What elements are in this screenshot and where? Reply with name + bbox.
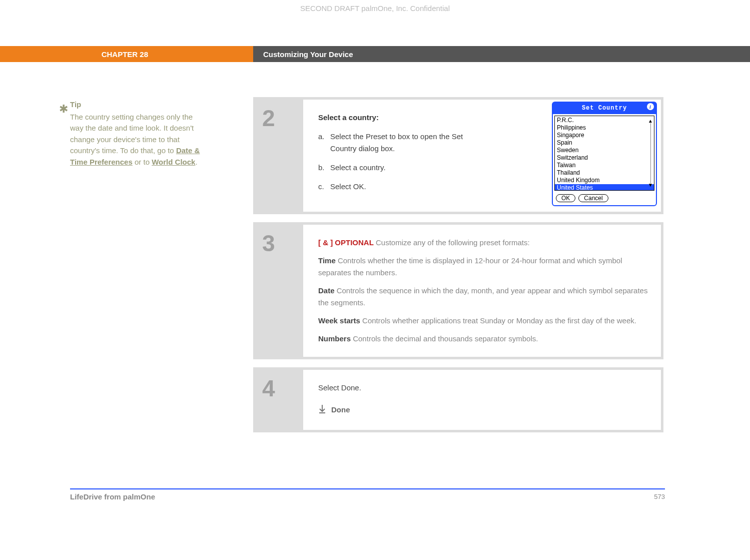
chapter-number: CHAPTER 28 xyxy=(0,46,253,62)
step-3-content: [ & ] OPTIONAL Customize any of the foll… xyxy=(303,225,661,357)
list-item[interactable]: Philippines xyxy=(555,124,654,132)
dialog-title-bar: Set Country i xyxy=(553,103,656,114)
time-desc: Controls whether the time is displayed i… xyxy=(318,256,622,277)
list-item[interactable]: Spain xyxy=(555,139,654,147)
step-4-number: 4 xyxy=(253,370,303,430)
list-item[interactable]: Switzerland xyxy=(555,154,654,162)
date-label: Date xyxy=(318,286,335,295)
tip-heading: Tip xyxy=(70,99,200,111)
steps-column: 2 Select a country: a.Select the Preset … xyxy=(253,97,663,440)
step-3-block: 3 [ & ] OPTIONAL Customize any of the fo… xyxy=(253,222,663,359)
step-2b-marker: b. xyxy=(318,162,330,174)
tip-body: The country setting changes only the way… xyxy=(70,112,200,168)
dialog-button-row: OK Cancel xyxy=(553,192,656,205)
step-2-content: Select a country: a.Select the Preset to… xyxy=(303,100,661,212)
dialog-title-text: Set Country xyxy=(582,105,627,112)
scroll-down-icon[interactable]: ▼ xyxy=(648,181,653,189)
chapter-title: Customizing Your Device xyxy=(253,46,750,62)
tip-body-end: . xyxy=(195,158,197,166)
step-2c-marker: c. xyxy=(318,181,330,193)
country-list[interactable]: P.R.C. Philippines Singapore Spain Swede… xyxy=(554,116,654,191)
done-row: Done xyxy=(318,402,651,418)
step-2c-text: Select OK. xyxy=(330,181,366,193)
tip-block: ✱ Tip The country setting changes only t… xyxy=(70,99,200,168)
step-2b-text: Select a country. xyxy=(330,162,386,174)
list-item[interactable]: Taiwan xyxy=(555,162,654,169)
step-2a-marker: a. xyxy=(318,131,330,155)
step-2-number: 2 xyxy=(253,100,303,212)
page-number: 573 xyxy=(654,493,665,500)
step-2-heading: Select a country: xyxy=(318,112,468,124)
numbers-desc: Controls the decimal and thousands separ… xyxy=(351,334,538,343)
step-4-block: 4 Select Done. Done xyxy=(253,367,663,432)
step-3-number: 3 xyxy=(253,225,303,357)
time-label: Time xyxy=(318,256,336,265)
set-country-dialog: Set Country i P.R.C. Philippines Singapo… xyxy=(552,102,657,206)
list-item[interactable]: Thailand xyxy=(555,169,654,177)
step-2a-text: Select the Preset to box to open the Set… xyxy=(330,131,468,155)
chapter-bar: CHAPTER 28 Customizing Your Device xyxy=(0,46,750,62)
step-4-text: Select Done. xyxy=(318,382,651,394)
list-item-selected[interactable]: United States xyxy=(555,184,654,191)
tip-body-pre: The country setting changes only the way… xyxy=(70,113,194,155)
ok-button[interactable]: OK xyxy=(556,194,575,202)
week-starts-desc: Controls whether applications treat Sund… xyxy=(360,316,636,325)
list-item[interactable]: United Kingdom xyxy=(555,177,654,184)
list-item[interactable]: P.R.C. xyxy=(555,117,654,124)
done-label: Done xyxy=(331,404,350,416)
footer-product-name: LifeDrive from palmOne xyxy=(70,492,155,501)
list-item[interactable]: Singapore xyxy=(555,132,654,139)
tip-asterisk-icon: ✱ xyxy=(59,101,68,117)
numbers-label: Numbers xyxy=(318,334,351,343)
done-arrow-icon xyxy=(318,402,326,418)
step-4-content: Select Done. Done xyxy=(303,370,661,430)
optional-tag: [ & ] OPTIONAL xyxy=(318,238,374,247)
week-starts-label: Week starts xyxy=(318,316,360,325)
step-2-block: 2 Select a country: a.Select the Preset … xyxy=(253,97,663,214)
date-desc: Controls the sequence in which the day, … xyxy=(318,286,647,307)
watermark-header: SECOND DRAFT palmOne, Inc. Confidential xyxy=(0,4,750,13)
world-clock-link[interactable]: World Clock xyxy=(152,158,195,166)
cancel-button[interactable]: Cancel xyxy=(578,194,608,202)
list-item[interactable]: Sweden xyxy=(555,147,654,154)
tip-body-mid: or to xyxy=(133,158,152,166)
page-footer: LifeDrive from palmOne 573 xyxy=(70,488,665,501)
info-icon[interactable]: i xyxy=(647,103,654,110)
optional-suffix: Customize any of the following preset fo… xyxy=(374,238,530,247)
scroll-track[interactable] xyxy=(650,123,651,183)
